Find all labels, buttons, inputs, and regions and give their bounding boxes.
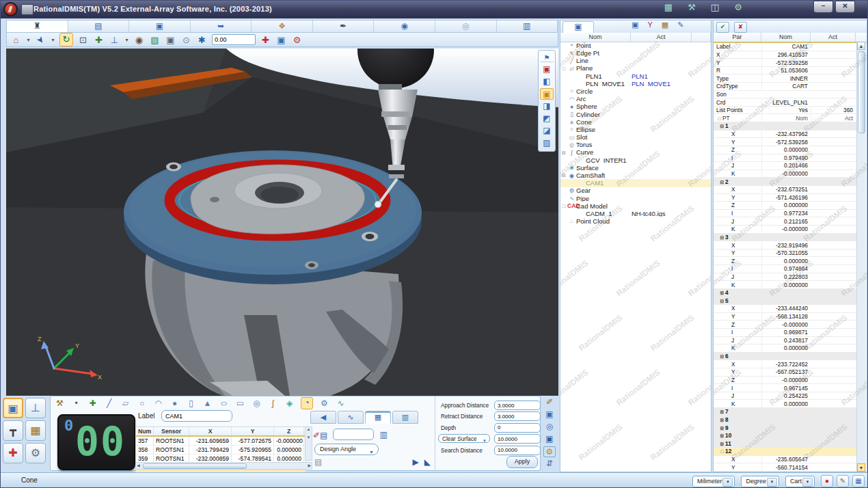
tree-item-gcv_inter1[interactable]: GCV_INTER1 (560, 157, 711, 164)
home-caret[interactable]: ▾ (26, 37, 31, 43)
line-icon[interactable]: ╱ (104, 399, 114, 407)
property-row[interactable]: X296.410537 (714, 51, 857, 59)
edit-cube-icon[interactable]: ✎ (677, 21, 683, 29)
probe-build-icon[interactable]: ◣ (424, 458, 431, 466)
clear-surface-input[interactable] (494, 434, 541, 444)
tree-item-torus[interactable]: ◎Torus (560, 141, 711, 148)
minimize-button[interactable]: – (813, 1, 833, 13)
coordinate-icon[interactable]: ✚ (87, 399, 98, 407)
property-row[interactable]: X-232.437962 (714, 131, 857, 139)
property-row[interactable]: Z0.000000 (714, 146, 857, 154)
tree-item-plane[interactable]: □▱Plane (560, 65, 711, 72)
probe-link-icon[interactable]: ▦ (661, 3, 676, 15)
tree-item-surface[interactable]: ◈Surface (560, 164, 711, 172)
property-row[interactable]: X-233.444240 (714, 305, 857, 313)
points-table-vscrollbar[interactable]: ▲▼ (305, 426, 312, 461)
tree-item-sphere[interactable]: ●Sphere (560, 103, 711, 111)
probe-y-icon[interactable]: Y (647, 21, 652, 29)
scroll-up-icon[interactable]: ▲ (857, 42, 865, 50)
column-sensor[interactable]: Sensor (154, 427, 189, 435)
property-row[interactable]: X-233.722452 (714, 360, 857, 368)
property-row[interactable]: Y-572.539258 (714, 59, 857, 67)
tree-item-slot[interactable]: ▭Slot (560, 133, 711, 141)
property-row[interactable]: J0.201466 (714, 162, 857, 170)
tree-expander[interactable]: □ (560, 66, 567, 71)
property-row[interactable]: K0.000000 (714, 400, 857, 408)
row-expander[interactable]: ⊞ (719, 418, 725, 422)
cube-select-icon[interactable]: ▣ (275, 35, 287, 45)
fixture-button[interactable]: ▦ (25, 420, 46, 441)
row-expander[interactable]: □ (719, 449, 725, 454)
curve-icon[interactable]: ∫ (268, 399, 278, 407)
tab-point-table[interactable]: ▦ (365, 411, 391, 424)
design-angle-select[interactable]: Design Angle ▼ (314, 444, 379, 455)
property-row[interactable]: Z0.000000 (714, 257, 857, 265)
angle-unit-select[interactable]: Degree▼ (741, 476, 779, 487)
confirm-button[interactable]: ✔ (716, 22, 729, 33)
column-par[interactable]: Par (714, 33, 761, 42)
clear-surface-select[interactable]: Clear Surface▼ (438, 434, 490, 443)
cursor-caret[interactable]: ▾ (51, 37, 55, 43)
tree-expander[interactable]: ⊟ (560, 150, 567, 155)
scroll-down-icon[interactable]: ▼ (857, 463, 865, 472)
property-row[interactable]: K0.000000 (714, 344, 857, 353)
fixture-icon[interactable]: ▦ (662, 21, 668, 29)
scroll-thumb[interactable] (858, 51, 865, 133)
scroll-right-icon[interactable]: ▶ (308, 463, 311, 468)
cone-icon[interactable]: ▲ (202, 399, 213, 407)
view-rotate-icon[interactable]: ◧ (540, 76, 554, 87)
label-input[interactable] (161, 410, 232, 422)
tab-machine[interactable]: ♜ (7, 21, 68, 32)
units-select[interactable]: Milimeter▼ (692, 476, 735, 487)
property-row[interactable]: ⊟ 2 (714, 178, 857, 186)
row-expander[interactable]: ⊟ (719, 354, 725, 359)
column-act[interactable]: Act (811, 33, 856, 42)
property-row[interactable]: Son (714, 91, 857, 99)
view-select-icon[interactable]: ▣ (540, 88, 554, 100)
cube2-tool-icon[interactable]: ▣ (543, 434, 556, 445)
row-expander[interactable]: ⊟ (719, 180, 725, 185)
property-row[interactable]: I0.967145 (714, 384, 857, 392)
menu-list-icon[interactable] (21, 4, 33, 15)
tree-item-pln1[interactable]: PLN1PLN1 (560, 72, 711, 80)
viewport-3d[interactable]: X Y Z ⚑▣◧▣◨◩◪▨ (6, 49, 558, 396)
property-row[interactable]: I0.979490 (714, 154, 857, 163)
property-row[interactable]: Y-560.714154 (714, 463, 857, 472)
camshaft-icon[interactable]: ◔ (301, 397, 313, 409)
property-row[interactable]: Y-570.321055 (714, 249, 857, 258)
circle-icon[interactable]: ○ (137, 399, 147, 407)
layout-icon[interactable]: ◫ (707, 3, 722, 15)
property-row[interactable]: X-232.919496 (714, 241, 857, 249)
row-expander[interactable]: ⊞ (719, 426, 725, 431)
gear-icon[interactable]: ⚙ (319, 399, 329, 407)
approach-distance-input[interactable] (494, 401, 541, 410)
probe-gear-icon[interactable]: ⚙ (291, 35, 303, 45)
sphere-icon[interactable]: ● (169, 399, 180, 407)
tree-item-cam1[interactable]: CAM1 (560, 179, 711, 187)
property-row[interactable]: Z-0.000000 (714, 321, 857, 329)
tab-monitor[interactable]: ▥ (392, 411, 418, 424)
property-row[interactable]: K-0.000000 (714, 226, 857, 234)
view-fit-icon[interactable]: ◪ (540, 125, 554, 137)
crosshair-icon[interactable]: ✚ (260, 35, 271, 45)
cube-icon[interactable]: ▣ (632, 21, 638, 29)
property-row[interactable]: Z-0.000000 (714, 377, 857, 385)
tab-audio[interactable]: ◀ (310, 411, 336, 424)
property-row[interactable]: I0.977234 (714, 210, 857, 218)
property-row[interactable]: ⊞ 11 (714, 439, 857, 448)
cube-tool-icon[interactable]: ▣ (543, 409, 556, 420)
tree-tab[interactable]: ▣ (562, 21, 594, 33)
record-icon[interactable]: ⊙ (180, 35, 192, 45)
property-row[interactable]: Z0.000000 (714, 202, 857, 210)
tree-item-cad-model[interactable]: □CADCad Model (560, 202, 711, 210)
pipe-icon[interactable]: ∿ (336, 399, 346, 407)
property-row[interactable]: CrdTypeCART (714, 83, 857, 91)
render-image-icon[interactable]: ▧ (149, 35, 161, 45)
torus-icon[interactable]: ◎ (252, 399, 262, 407)
property-row[interactable]: Y-572.539258 (714, 138, 857, 146)
tab-probe[interactable]: ✒ (313, 21, 375, 32)
table-row[interactable]: 358ROOTSN1-231.799429-575.9209550.000000 (136, 446, 306, 455)
scroll-tool-icon[interactable]: ⇵ (543, 459, 556, 470)
tree-item-arc[interactable]: ◠Arc (560, 95, 711, 103)
column-z[interactable]: Z (274, 427, 304, 435)
